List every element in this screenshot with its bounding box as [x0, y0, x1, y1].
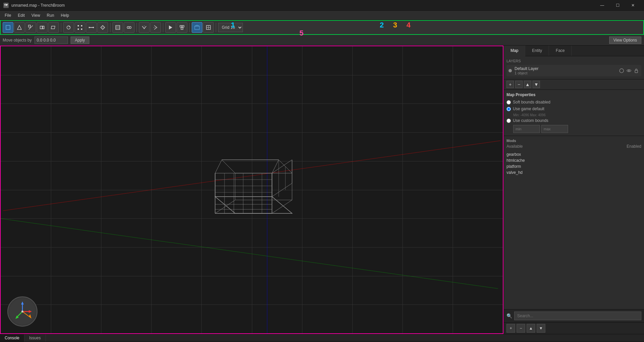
menu-view[interactable]: View — [28, 12, 43, 19]
right-panel: Map Entity Face Layers Default Layer 1 o… — [503, 46, 644, 334]
layer-lock-icon[interactable] — [633, 68, 639, 74]
shear-tool-button[interactable] — [48, 22, 59, 33]
tab-entity[interactable]: Entity — [525, 46, 549, 56]
layer-visibility-icon[interactable] — [619, 68, 625, 74]
brush-tool-button[interactable] — [14, 22, 25, 33]
3d-view-button[interactable] — [192, 22, 202, 33]
vertex-tool-button[interactable] — [75, 22, 85, 33]
mods-label: Mods — [507, 139, 641, 143]
rotate-tool-button[interactable] — [63, 22, 74, 33]
viewport-canvas — [1, 46, 503, 333]
select-tool-button[interactable] — [3, 22, 13, 33]
texture-tool-button[interactable] — [112, 22, 123, 33]
flip-h-button[interactable] — [139, 22, 150, 33]
minimize-button[interactable]: — — [594, 0, 610, 11]
bounds-min-input[interactable] — [513, 125, 540, 133]
mod-platform[interactable]: platform — [507, 163, 641, 169]
layer-eye-icon[interactable] — [626, 68, 632, 74]
custom-bounds-label: Use custom bounds — [513, 118, 548, 123]
tab-face[interactable]: Face — [549, 46, 572, 56]
menubar: File Edit View Run Help — [0, 11, 644, 20]
link-tool-button[interactable] — [124, 22, 134, 33]
resize-tool-button[interactable] — [37, 22, 48, 33]
navigation-gizmo[interactable] — [7, 296, 37, 327]
app-icon: 🗺 — [3, 3, 9, 8]
custom-bounds-radio[interactable] — [507, 119, 511, 123]
search-input[interactable] — [514, 312, 641, 320]
move-input[interactable] — [34, 37, 68, 44]
svg-rect-10 — [78, 28, 79, 30]
svg-rect-4 — [40, 26, 43, 29]
search-icon: 🔍 — [507, 313, 512, 319]
wireframe-box — [188, 140, 315, 240]
svg-point-13 — [89, 27, 90, 28]
game-default-label: Use game default — [513, 107, 544, 111]
svg-rect-5 — [42, 26, 44, 29]
group-button[interactable] — [177, 22, 187, 33]
svg-rect-9 — [81, 25, 82, 26]
search-up-button[interactable]: ▲ — [527, 324, 535, 333]
toolbar-separator-2 — [110, 23, 110, 32]
svg-rect-77 — [635, 70, 638, 73]
svg-point-76 — [628, 70, 630, 71]
svg-line-69 — [17, 312, 22, 317]
search-add-button[interactable]: + — [507, 324, 515, 333]
mods-available-label: Available — [507, 144, 523, 149]
svg-rect-25 — [180, 25, 182, 27]
layers-section: Layers Default Layer 1 object — [504, 56, 644, 79]
svg-rect-27 — [181, 28, 183, 29]
move-label: Move objects by — [3, 38, 32, 43]
compile-button[interactable] — [165, 22, 176, 33]
search-down-button[interactable]: ▼ — [537, 324, 545, 333]
search-bar: 🔍 — [504, 309, 644, 322]
clip-tool-button[interactable] — [25, 22, 36, 33]
grid-select[interactable]: Grid 16Grid 1Grid 2Grid 4Grid 8Grid 16Gr… — [218, 23, 243, 32]
mod-htmlcache[interactable]: htmlcache — [507, 157, 641, 163]
svg-point-19 — [127, 26, 129, 28]
svg-marker-34 — [215, 197, 292, 213]
layer-count: 1 object — [515, 71, 616, 75]
apply-button[interactable]: Apply — [71, 37, 89, 44]
viewport-3d[interactable] — [0, 46, 503, 334]
2d-view-button[interactable] — [203, 22, 214, 33]
console-tab[interactable]: Console — [0, 334, 24, 342]
face-tool-button[interactable] — [97, 22, 108, 33]
edge-tool-button[interactable] — [86, 22, 97, 33]
flip-v-button[interactable] — [150, 22, 161, 33]
close-button[interactable]: ✕ — [625, 0, 641, 11]
menu-run[interactable]: Run — [43, 12, 58, 19]
svg-marker-66 — [21, 301, 24, 304]
view-options-button[interactable]: View Options — [609, 37, 641, 44]
toolbar-separator-6 — [216, 23, 216, 32]
soft-bounds-radio[interactable] — [507, 100, 511, 105]
bounds-inputs — [513, 125, 641, 133]
svg-marker-33 — [222, 160, 292, 173]
menu-edit[interactable]: Edit — [14, 12, 28, 19]
toolbar-separator-5 — [189, 23, 190, 32]
mod-valve-hd[interactable]: valve_hd — [507, 169, 641, 176]
svg-marker-72 — [29, 314, 31, 319]
search-remove-button[interactable]: − — [517, 324, 525, 333]
menu-file[interactable]: File — [1, 12, 14, 19]
maximize-button[interactable]: ☐ — [610, 0, 625, 11]
issues-tab[interactable]: Issues — [24, 334, 46, 342]
toolbar: Grid 16Grid 1Grid 2Grid 4Grid 8Grid 16Gr… — [0, 20, 644, 35]
move-layer-down-button[interactable]: ▼ — [533, 81, 540, 88]
tab-map[interactable]: Map — [504, 46, 525, 56]
move-layer-up-button[interactable]: ▲ — [524, 81, 531, 88]
bounds-max-input[interactable] — [541, 125, 568, 133]
map-properties-section: Map Properties Soft bounds disabled Use … — [504, 90, 644, 136]
menu-help[interactable]: Help — [58, 12, 73, 19]
bounds-hint: Min: -4096 Max: 4096 — [513, 113, 641, 117]
mods-header: Available Enabled — [507, 144, 641, 149]
svg-marker-29 — [195, 25, 199, 26]
mod-gearbox[interactable]: gearbox — [507, 151, 641, 157]
bottom-section: Console Issues Legacy model expressions … — [0, 334, 644, 342]
remove-layer-button[interactable]: − — [515, 81, 523, 88]
svg-point-20 — [129, 26, 131, 28]
svg-rect-3 — [28, 25, 30, 27]
add-layer-button[interactable]: + — [507, 81, 514, 88]
svg-marker-36 — [272, 160, 292, 197]
game-default-radio[interactable] — [507, 107, 511, 111]
panel-tabs: Map Entity Face — [504, 46, 644, 56]
